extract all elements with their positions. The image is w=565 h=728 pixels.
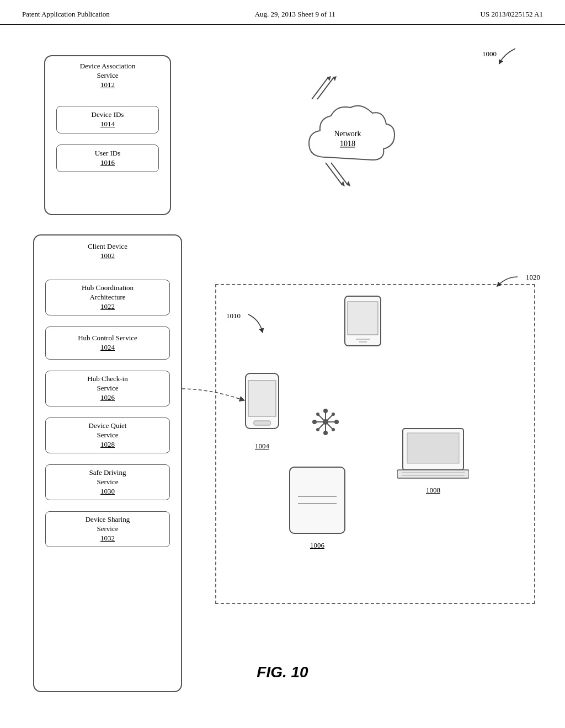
- svg-rect-11: [248, 381, 276, 416]
- device-sharing-box: Device SharingService 1032: [45, 511, 170, 547]
- ref-1010: 1010: [226, 312, 241, 320]
- client-device-container: Client Device 1002 Hub CoordinationArchi…: [33, 234, 182, 692]
- svg-point-29: [323, 419, 328, 425]
- device-ids-num: 1014: [100, 120, 115, 129]
- hub-checkin-box: Hub Check-inService 1026: [45, 371, 170, 406]
- ref-1000-label: 1000: [482, 50, 497, 58]
- safe-driving-box: Safe DrivingService 1030: [45, 464, 170, 500]
- svg-point-27: [316, 428, 319, 431]
- figure-caption: FIG. 10: [257, 663, 308, 681]
- device-quiet-box: Device QuietService 1028: [45, 417, 170, 453]
- device-quiet-label: Device QuietService: [89, 421, 127, 440]
- device-association-container: Device AssociationService 1012 Device ID…: [44, 55, 171, 215]
- hub-control-label: Hub Control Service: [78, 334, 137, 343]
- safe-driving-label: Safe DrivingService: [89, 468, 126, 487]
- device-ids-box: Device IDs 1014: [56, 106, 159, 133]
- device-tablet-1006: 1006: [287, 466, 348, 550]
- client-device-header: Client Device 1002: [88, 242, 127, 261]
- user-ids-label: User IDs: [95, 149, 121, 158]
- svg-rect-14: [348, 302, 378, 335]
- svg-point-26: [332, 413, 335, 416]
- svg-rect-35: [397, 470, 469, 478]
- device-ids-label: Device IDs: [92, 110, 124, 120]
- header-center: Aug. 29, 2013 Sheet 9 of 11: [255, 10, 335, 19]
- device-quiet-num: 1028: [100, 440, 115, 449]
- svg-text:1018: 1018: [340, 140, 355, 148]
- device-phone-1004: 1004: [243, 372, 281, 451]
- hub-control-box: Hub Control Service 1024: [45, 326, 170, 360]
- hub-coordination-num: 1022: [100, 302, 115, 312]
- user-ids-box: User IDs 1016: [56, 144, 159, 172]
- diagram-area: 1000 Device AssociationService 1012 Devi…: [0, 25, 565, 698]
- svg-text:Network: Network: [334, 130, 361, 138]
- hub-checkin-num: 1026: [100, 393, 115, 403]
- svg-point-28: [332, 428, 335, 431]
- device-laptop-1008: 1008: [397, 427, 469, 495]
- svg-point-22: [323, 431, 328, 435]
- device-association-label: Device AssociationService: [80, 62, 136, 81]
- device-sharing-num: 1032: [100, 534, 115, 543]
- device-association-header: Device AssociationService 1012: [80, 62, 136, 90]
- ref-1000: 1000: [482, 46, 521, 62]
- user-ids-num: 1016: [100, 158, 115, 168]
- client-device-num: 1002: [88, 251, 127, 261]
- device-association-num: 1012: [80, 81, 136, 90]
- svg-point-23: [312, 420, 317, 424]
- ref-1020: 1020: [526, 273, 540, 282]
- svg-point-24: [334, 420, 339, 424]
- device-tablet-small: [342, 295, 383, 352]
- safe-driving-num: 1030: [100, 487, 115, 496]
- page-header: Patent Application Publication Aug. 29, …: [0, 0, 565, 25]
- hub-coordination-label: Hub CoordinationArchitecture: [82, 283, 134, 302]
- svg-point-25: [316, 413, 319, 416]
- hub-coordination-box: Hub CoordinationArchitecture 1022: [45, 280, 170, 315]
- header-left: Patent Application Publication: [22, 10, 110, 19]
- hub-connector-icon: [309, 405, 342, 441]
- device-sharing-label: Device SharingService: [86, 515, 130, 534]
- svg-rect-34: [407, 433, 459, 463]
- hub-control-num: 1024: [100, 343, 115, 352]
- network-cloud: Network 1018: [292, 97, 403, 181]
- svg-point-21: [323, 409, 328, 413]
- client-device-label: Client Device: [88, 242, 127, 251]
- header-right: US 2013/0225152 A1: [481, 10, 543, 19]
- svg-rect-30: [290, 467, 345, 533]
- svg-rect-12: [254, 421, 270, 425]
- hub-checkin-label: Hub Check-inService: [87, 374, 127, 393]
